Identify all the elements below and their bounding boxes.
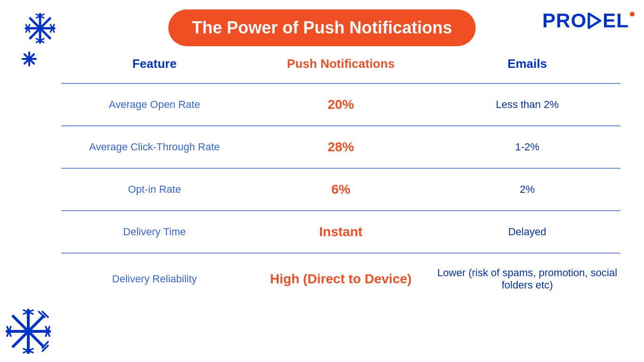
row2-push: 28% — [248, 140, 434, 155]
row5-email: Lower (risk of spams, promotion, social … — [434, 267, 620, 291]
divider-4 — [61, 253, 620, 254]
row2-email: 1-2% — [434, 141, 620, 153]
row1-push: 20% — [248, 97, 434, 112]
table-row: Average Click-Through Rate 28% 1-2% — [61, 126, 620, 168]
divider-1 — [61, 125, 620, 126]
row3-push: 6% — [248, 182, 434, 197]
divider-2 — [61, 168, 620, 169]
table-header: Feature Push Notifications Emails — [61, 52, 620, 81]
row1-email: Less than 2% — [434, 99, 620, 111]
comparison-table: Feature Push Notifications Emails Averag… — [61, 52, 620, 348]
table-row: Delivery Time Instant Delayed — [61, 211, 620, 253]
table-row: Opt-in Rate 6% 2% — [61, 169, 620, 210]
row3-email: 2% — [434, 183, 620, 196]
bottom-left-decoration — [0, 291, 57, 362]
header-push: Push Notifications — [248, 57, 434, 71]
table-row: Delivery Reliability High (Direct to Dev… — [61, 254, 620, 304]
title-area: The Power of Push Notifications — [0, 9, 644, 46]
header-email: Emails — [434, 57, 620, 71]
row5-feature: Delivery Reliability — [61, 273, 248, 285]
row1-feature: Average Open Rate — [61, 99, 248, 111]
row3-feature: Opt-in Rate — [61, 183, 248, 196]
divider-3 — [61, 210, 620, 211]
row2-feature: Average Click-Through Rate — [61, 141, 248, 153]
divider-0 — [61, 83, 620, 84]
title-badge: The Power of Push Notifications — [168, 9, 476, 46]
page-title: The Power of Push Notifications — [192, 18, 452, 38]
row5-push: High (Direct to Device) — [248, 272, 434, 287]
row4-feature: Delivery Time — [61, 226, 248, 238]
table-row: Average Open Rate 20% Less than 2% — [61, 84, 620, 125]
row4-email: Delayed — [434, 226, 620, 238]
header-feature: Feature — [61, 57, 248, 71]
row4-push: Instant — [248, 224, 434, 239]
